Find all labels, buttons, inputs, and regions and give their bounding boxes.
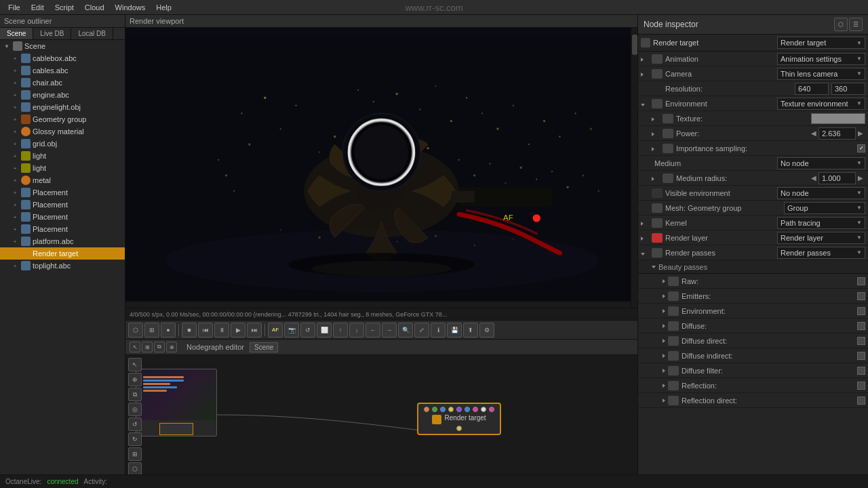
menu-cloud[interactable]: Cloud — [79, 2, 110, 13]
ng-scene-tab[interactable]: Scene — [250, 342, 278, 352]
mr-dec-btn[interactable]: ◀ — [809, 174, 818, 182]
rl-dropdown[interactable]: Render layer ▼ — [777, 232, 865, 244]
ng-side-btn3[interactable]: ⧉ — [128, 388, 142, 401]
rp-dropdown[interactable]: Render passes ▼ — [777, 247, 865, 259]
toolbar-render-btn[interactable]: ⬡ — [128, 323, 143, 338]
inspector-row-camera[interactable]: Camera Thin lens camera ▼ — [638, 66, 868, 81]
menu-file[interactable]: File — [3, 2, 26, 13]
inspector-row-medium[interactable]: Medium No node ▼ — [638, 156, 868, 171]
ng-side-btn4[interactable]: ◎ — [128, 403, 142, 416]
toolbar-af-btn[interactable]: AF — [268, 323, 283, 338]
tab-scene[interactable]: Scene — [0, 28, 33, 39]
node-render-target[interactable]: Render target — [417, 403, 501, 435]
ng-side-btn8[interactable]: ⬡ — [128, 462, 142, 474]
inspector-icon-1[interactable]: ⬡ — [834, 18, 848, 31]
tree-item-cables[interactable]: + cables.abc — [0, 64, 125, 77]
node-preview[interactable] — [136, 369, 217, 436]
toolbar-region-btn[interactable]: ⬜ — [317, 323, 332, 338]
tree-item-placement3[interactable]: + Placement — [0, 211, 125, 223]
toolbar-up-btn[interactable]: ↑ — [333, 323, 348, 338]
animation-dropdown[interactable]: Animation settings ▼ — [777, 53, 865, 65]
importance-checkbox[interactable] — [857, 144, 865, 152]
viewport-scrollbar-v[interactable] — [631, 28, 637, 308]
toolbar-play-btn[interactable]: ▶ — [231, 323, 245, 338]
ng-side-btn7[interactable]: ⊞ — [128, 447, 142, 461]
nodegraph-canvas[interactable]: Render target ↖ ⊕ ⧉ ◎ ↺ ↻ ⊞ ⬡ — [125, 355, 637, 474]
toolbar-zoom-btn[interactable]: 🔍 — [398, 323, 413, 338]
toolbar-grid-btn[interactable]: ⊞ — [144, 323, 159, 338]
tab-localdb[interactable]: Local DB — [71, 28, 113, 39]
viewport-scrollbar-h[interactable] — [125, 301, 631, 308]
toolbar-next-btn[interactable]: ⏭ — [247, 323, 262, 338]
power-inc-btn[interactable]: ▶ — [856, 129, 865, 137]
tree-item-glossy-material[interactable]: + Glossy material — [0, 125, 125, 138]
power-dec-btn[interactable]: ◀ — [809, 129, 818, 137]
viewport-canvas[interactable]: AF — [125, 28, 637, 308]
pass-raw-checkbox[interactable] — [857, 277, 865, 285]
texture-swatch[interactable] — [811, 113, 865, 124]
tree-item-scene[interactable]: ▼ Scene — [0, 40, 125, 52]
ng-side-btn2[interactable]: ⊕ — [128, 373, 142, 386]
tree-item-light2[interactable]: + light — [0, 162, 125, 174]
ng-tool-btn4[interactable]: ⊕ — [166, 342, 177, 352]
toolbar-refresh-btn[interactable]: ↺ — [300, 323, 315, 338]
menu-script[interactable]: Script — [50, 2, 79, 13]
menu-help[interactable]: Help — [151, 2, 177, 13]
rt-dropdown[interactable]: Render target ▼ — [777, 37, 865, 49]
toolbar-stop-btn[interactable]: ■ — [182, 323, 197, 338]
toolbar-lft-btn[interactable]: ← — [366, 323, 380, 338]
inspector-icon-2[interactable]: ☰ — [849, 18, 863, 31]
pass-dd-checkbox[interactable] — [857, 337, 865, 345]
tab-livedb[interactable]: Live DB — [33, 28, 71, 39]
pass-emitters-checkbox[interactable] — [857, 292, 865, 300]
resolution-h-input[interactable] — [831, 83, 865, 95]
toolbar-rgt-btn[interactable]: → — [382, 323, 397, 338]
tree-item-toplight[interactable]: + toplight.abc — [0, 260, 125, 272]
mr-input[interactable] — [818, 172, 856, 184]
toolbar-prev-btn[interactable]: ⏮ — [198, 323, 213, 338]
ng-tool-btn3[interactable]: ⧉ — [154, 342, 165, 352]
inspector-row-render-layer[interactable]: Render layer Render layer ▼ — [638, 230, 868, 245]
toolbar-camera-btn[interactable]: 📷 — [284, 323, 299, 338]
ve-dropdown[interactable]: No node ▼ — [777, 187, 865, 199]
tree-item-metal[interactable]: + metal — [0, 174, 125, 186]
pass-rd-checkbox[interactable] — [857, 396, 865, 405]
camera-dropdown[interactable]: Thin lens camera ▼ — [777, 68, 865, 80]
inspector-row-animation[interactable]: Animation Animation settings ▼ — [638, 52, 868, 66]
power-input[interactable] — [818, 127, 856, 140]
tree-item-render-target[interactable]: + Render target — [0, 247, 125, 260]
toolbar-info-btn[interactable]: ℹ — [431, 323, 446, 338]
ng-side-btn1[interactable]: ↖ — [128, 358, 142, 371]
ng-side-btn6[interactable]: ↻ — [128, 432, 142, 446]
env-dropdown[interactable]: Texture environment ▼ — [777, 98, 865, 110]
tree-item-geometry-group[interactable]: + Geometry group — [0, 113, 125, 125]
kernel-dropdown[interactable]: Path tracing ▼ — [777, 217, 865, 229]
menu-windows[interactable]: Windows — [110, 2, 151, 13]
inspector-row-kernel[interactable]: Kernel Path tracing ▼ — [638, 216, 868, 230]
tree-item-enginelight[interactable]: + enginelight.obj — [0, 101, 125, 113]
inspector-row-render-passes[interactable]: Render passes Render passes ▼ — [638, 245, 868, 260]
pass-env-checkbox[interactable] — [857, 307, 865, 315]
tree-item-platform[interactable]: + platform.abc — [0, 235, 125, 247]
toolbar-dn-btn[interactable]: ↓ — [349, 323, 364, 338]
ng-tool-btn2[interactable]: ⊞ — [142, 342, 153, 352]
pass-di-checkbox[interactable] — [857, 352, 865, 360]
toolbar-save-btn[interactable]: 💾 — [447, 323, 462, 338]
inspector-row-environment[interactable]: Environment Texture environment ▼ — [638, 96, 868, 111]
tree-item-light1[interactable]: + light — [0, 150, 125, 162]
ng-tool-btn1[interactable]: ↖ — [130, 342, 140, 352]
tree-item-placement4[interactable]: + Placement — [0, 223, 125, 235]
pass-diffuse-checkbox[interactable] — [857, 322, 865, 330]
mr-inc-btn[interactable]: ▶ — [856, 174, 865, 182]
tree-item-chair[interactable]: + chair.abc — [0, 77, 125, 89]
medium-dropdown[interactable]: No node ▼ — [777, 157, 865, 169]
tree-item-cablebox[interactable]: + cablebox.abc — [0, 52, 125, 64]
ng-side-btn5[interactable]: ↺ — [128, 418, 142, 431]
tree-item-placement1[interactable]: + Placement — [0, 186, 125, 199]
pass-df-checkbox[interactable] — [857, 367, 865, 375]
resolution-w-input[interactable] — [795, 83, 829, 95]
tree-item-engine[interactable]: + engine.abc — [0, 89, 125, 101]
toolbar-settings-btn[interactable]: ⚙ — [479, 323, 494, 338]
toolbar-sphere-btn[interactable]: ● — [161, 323, 176, 338]
toolbar-export-btn[interactable]: ⬆ — [463, 323, 478, 338]
